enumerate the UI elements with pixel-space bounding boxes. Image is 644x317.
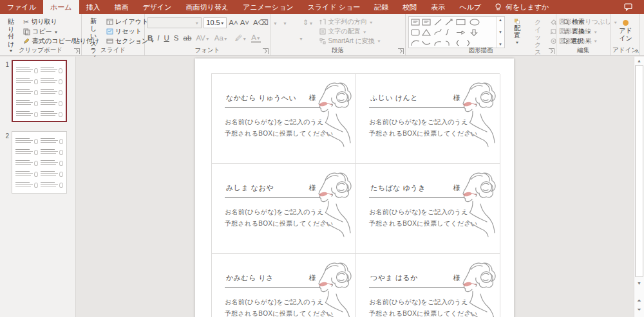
ribbon-tab-label: 描画 <box>115 3 129 12</box>
shapes-gallery-scroll[interactable]: ▲▼▼ <box>496 17 504 48</box>
group-slides: 新しいスライド ▼ レイアウト▼ リセット セクション▼ <box>82 14 145 55</box>
name-card[interactable]: なかむら りゅうへい 様 お名前(ひらがな)をご記入のうえ 予想されるBOXに投… <box>212 74 356 164</box>
strikethrough-button[interactable]: ab <box>184 34 192 42</box>
group-drawing: ▲▼▼ 配置▼ クイックスタイル ▼ 図形の塗りつぶし▼ <box>406 14 556 55</box>
slide-canvas[interactable]: なかむら りゅうへい 様 お名前(ひらがな)をご記入のうえ 予想されるBOXに投… <box>195 59 514 317</box>
replace-button[interactable]: 置換▼ <box>563 27 609 37</box>
ribbon-tab-label: 挿入 <box>86 3 100 12</box>
ribbon-tab-label: ファイル <box>7 3 36 12</box>
ribbon-tab-校閲[interactable]: 校閲 <box>395 0 424 14</box>
copy-icon <box>23 28 30 35</box>
ribbon-tab-ホーム[interactable]: ホーム <box>43 0 79 14</box>
tell-me-box[interactable]: 何をしますか <box>488 0 555 14</box>
ribbon-tab-label: デザイン <box>143 3 172 12</box>
addins-button[interactable]: アドイン <box>613 16 638 47</box>
ribbon-tab-label: アニメーション <box>243 3 294 12</box>
ribbon-tab-画面切り替え[interactable]: 画面切り替え <box>179 0 236 14</box>
line-spacing-button[interactable]: ⇕▼ <box>303 18 314 27</box>
section-icon <box>106 38 113 44</box>
align-text-icon <box>319 28 326 35</box>
name-card[interactable]: ふじい けんと 様 お名前(ひらがな)をご記入のうえ 予想されるBOXに投票して… <box>356 74 500 164</box>
convert-to-smartart-button[interactable]: SmartArt に変換▼ <box>319 36 381 46</box>
drawing-group-label: 図形描画 <box>406 46 556 55</box>
highlight-color-button[interactable]: 🖉▼ <box>235 34 247 42</box>
align-text-button[interactable]: 文字の配置▼ <box>319 27 381 37</box>
ribbon-tab-記録[interactable]: 記録 <box>367 0 395 14</box>
ribbon-tab-ファイル[interactable]: ファイル <box>0 0 43 14</box>
woman-illustration <box>310 78 354 150</box>
paste-button[interactable]: 貼り付け▼ <box>3 16 19 47</box>
guest-name: つやま はるか <box>370 273 418 283</box>
powerpoint-window: ファイル ホーム 挿入 描画 デザイン 画面切り替え アニメーション スライド … <box>0 0 644 317</box>
font-name-combobox[interactable]: ▼ <box>147 17 202 28</box>
clear-formatting-button[interactable]: A⌫ <box>253 18 269 27</box>
next-slide-button[interactable]: ⏷ <box>637 307 641 313</box>
change-case-button[interactable]: Aa▼ <box>214 34 228 42</box>
character-spacing-button[interactable]: AV▼ <box>196 34 209 42</box>
decrease-font-size-button[interactable]: A˅ <box>240 19 249 26</box>
guest-name: みしま なおや <box>226 183 274 193</box>
layout-icon <box>106 19 113 25</box>
slide-thumbnail[interactable] <box>12 60 67 122</box>
scroll-down-arrow[interactable]: ▼ <box>634 279 644 287</box>
group-font: ▼ 10.5▼ A˄ A˅ A⌫ B I U S ab AV▼ Aa▼ 🖉▼ A… <box>145 14 270 55</box>
paragraph-dialog-launcher[interactable] <box>398 48 404 54</box>
text-direction-button[interactable]: 文字列の方向▼ <box>319 17 381 27</box>
font-size-combobox[interactable]: 10.5▼ <box>204 17 227 28</box>
name-card[interactable]: みしま なおや 様 お名前(ひらがな)をご記入のうえ 予想されるBOXに投票して… <box>212 164 356 254</box>
slide-thumbnail[interactable] <box>12 131 67 194</box>
ribbon-tab-表示[interactable]: 表示 <box>424 0 452 14</box>
underline-button[interactable]: U <box>164 34 169 42</box>
group-editing: 検索 置換▼ 選択▼ 編集 <box>556 14 611 55</box>
previous-slide-button[interactable]: ⏶ <box>637 298 641 304</box>
shapes-gallery[interactable]: ▲▼▼ <box>408 16 505 48</box>
slide-number: 2 <box>0 131 9 194</box>
editing-group-label: 編集 <box>556 46 610 55</box>
name-card[interactable]: かみむら りさ 様 お名前(ひらがな)をご記入のうえ 予想されるBOXに投票して… <box>212 254 356 317</box>
quick-styles-button[interactable]: クイックスタイル ▼ <box>529 16 546 47</box>
ribbon-tab-label: 画面切り替え <box>186 3 229 12</box>
ribbon: 貼り付け▼ ✂ 切り取り コピー▼ 書式のコピー/貼り付け <box>0 14 644 56</box>
select-button[interactable]: 選択▼ <box>563 36 609 46</box>
text-shadow-button[interactable]: S <box>174 34 179 42</box>
clipboard-dialog-launcher[interactable] <box>74 48 80 54</box>
find-button[interactable]: 検索 <box>563 17 609 27</box>
replace-icon <box>563 28 570 35</box>
font-dialog-launcher[interactable] <box>263 48 269 54</box>
woman-illustration <box>454 78 498 150</box>
increase-font-size-button[interactable]: A˄ <box>229 19 238 26</box>
vertical-scrollbar[interactable]: ▲ ▼ ⏶ ⏷ <box>634 57 644 317</box>
ribbon-tab-挿入[interactable]: 挿入 <box>79 0 108 14</box>
new-slide-button[interactable]: 新しいスライド ▼ <box>84 16 102 47</box>
guest-name: ふじい けんと <box>370 93 418 103</box>
clipboard-group-label: クリップボード <box>0 46 81 55</box>
tell-me-label: 何をしますか <box>506 3 549 12</box>
font-color-button[interactable]: A▼ <box>251 33 261 43</box>
ribbon-tab-スライド ショー[interactable]: スライド ショー <box>301 0 368 14</box>
bold-button[interactable]: B <box>147 34 153 42</box>
guest-name: かみむら りさ <box>226 273 274 283</box>
numbering-button[interactable]: ▼ <box>283 19 287 26</box>
ribbon-tab-デザイン[interactable]: デザイン <box>136 0 179 14</box>
group-paragraph: ▼ ▼ ⇕▼ ▼ <box>270 14 406 55</box>
arrange-button[interactable]: 配置▼ <box>509 16 526 47</box>
name-card[interactable]: たちばな ゆうき 様 お名前(ひらがな)をご記入のうえ 予想されるBOXに投票し… <box>356 164 500 254</box>
name-card[interactable]: つやま はるか 様 お名前(ひらがな)をご記入のうえ 予想されるBOXに投票して… <box>356 254 500 317</box>
ribbon-tab-描画[interactable]: 描画 <box>108 0 136 14</box>
ribbon-tab-ヘルプ[interactable]: ヘルプ <box>452 0 488 14</box>
bullets-button[interactable]: ▼ <box>273 19 278 26</box>
italic-button[interactable]: I <box>157 34 159 42</box>
scrollbar-thumb[interactable] <box>635 65 643 277</box>
comment-icon <box>624 3 632 11</box>
drawing-dialog-launcher[interactable] <box>549 48 554 54</box>
collapse-ribbon-button[interactable]: ˄ <box>636 48 639 55</box>
ribbon-tab-アニメーション[interactable]: アニメーション <box>236 0 301 14</box>
ribbon-tab-label: ヘルプ <box>459 3 481 12</box>
woman-illustration <box>454 258 498 317</box>
arrange-icon <box>511 19 523 24</box>
ribbon-tab-label: ホーム <box>50 3 72 12</box>
comments-button[interactable] <box>621 2 635 12</box>
search-icon <box>563 19 570 26</box>
scroll-up-arrow[interactable]: ▲ <box>634 57 644 65</box>
columns-button[interactable]: ▼ <box>299 34 303 42</box>
